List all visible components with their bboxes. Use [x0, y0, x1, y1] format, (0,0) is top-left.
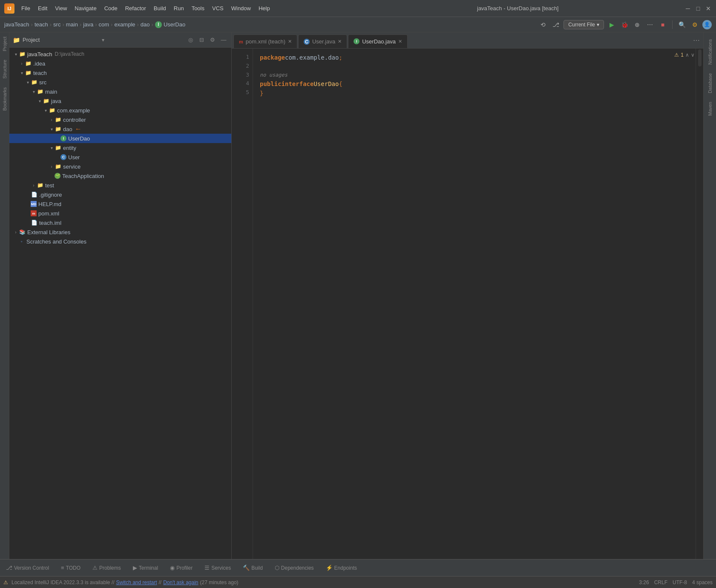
tree-item-teach-iml[interactable]: › 📄 teach.iml	[9, 218, 231, 227]
collapse-all-button[interactable]: ⊟	[197, 36, 206, 44]
tree-arrow-controller[interactable]: ›	[49, 117, 55, 123]
tree-arrow-entity[interactable]: ▾	[49, 145, 55, 151]
breadcrumb-UserDao[interactable]: UserDao	[164, 21, 185, 28]
run-button[interactable]: ▶	[607, 20, 617, 30]
tool-todo[interactable]: ≡ TODO	[58, 564, 83, 572]
breadcrumb-main[interactable]: main	[66, 21, 78, 28]
tree-arrow-dao[interactable]: ▾	[49, 126, 55, 132]
tab-userdao-java[interactable]: I UserDao.java ✕	[348, 34, 408, 48]
tree-item-dao[interactable]: ▾ 📁 dao ←	[9, 124, 231, 134]
breadcrumb-example[interactable]: example	[114, 21, 135, 28]
current-file-button[interactable]: Current File ▾	[564, 20, 604, 29]
menu-view[interactable]: View	[52, 3, 70, 13]
status-encoding[interactable]: UTF-8	[673, 579, 687, 585]
settings-button[interactable]: ⚙	[690, 20, 700, 30]
tool-problems[interactable]: ⚠ Problems	[90, 564, 124, 572]
right-sidebar-database[interactable]: Database	[706, 70, 714, 97]
tree-item-teach[interactable]: ▾ 📁 teach	[9, 68, 231, 77]
tree-item-controller[interactable]: › 📁 controller	[9, 115, 231, 124]
minimize-button[interactable]: ─	[684, 5, 691, 12]
bookmarks-panel-tab[interactable]: Bookmarks	[1, 83, 9, 115]
menu-refactor[interactable]: Refactor	[122, 3, 150, 13]
search-button[interactable]: 🔍	[677, 20, 687, 30]
tree-item-test[interactable]: › 📁 test	[9, 181, 231, 190]
tool-endpoints[interactable]: ⚡ Endpoints	[323, 564, 359, 572]
code-editor[interactable]: package com.example.dao; no usages publi…	[253, 49, 696, 559]
warning-nav-up[interactable]: ∧	[685, 52, 689, 58]
tree-arrow-com-example[interactable]: ▾	[43, 107, 49, 113]
tree-item-com-example[interactable]: ▾ 📁 com.example	[9, 106, 231, 115]
vertical-scrollbar[interactable]	[698, 49, 702, 66]
maximize-button[interactable]: □	[695, 5, 702, 12]
menu-file[interactable]: File	[18, 3, 34, 13]
switch-restart-link[interactable]: Switch and restart	[116, 579, 157, 585]
hide-panel-button[interactable]: —	[219, 36, 228, 44]
tab-close-userdao[interactable]: ✕	[398, 39, 402, 44]
tree-arrow-main[interactable]: ▾	[31, 89, 37, 95]
tree-item-HELP[interactable]: › MD HELP.md	[9, 199, 231, 209]
tree-arrow-test[interactable]: ›	[31, 182, 37, 188]
tree-arrow-teach[interactable]: ▾	[19, 70, 25, 76]
tab-more-button[interactable]: ⋯	[691, 35, 702, 46]
tree-item-src[interactable]: ▾ 📁 src	[9, 77, 231, 87]
tree-item-java[interactable]: ▾ 📁 java	[9, 96, 231, 106]
breadcrumb-src[interactable]: src	[53, 21, 60, 28]
tree-item-service[interactable]: › 📁 service	[9, 162, 231, 171]
menu-run[interactable]: Run	[170, 3, 187, 13]
editor-content[interactable]: 1 2 3 4 5 package com.example.dao; no us…	[232, 49, 703, 559]
tree-item-gitignore[interactable]: › 📄 .gitignore	[9, 190, 231, 199]
breadcrumb-com[interactable]: com	[98, 21, 109, 28]
tool-build[interactable]: 🔨 Build	[240, 564, 265, 572]
breadcrumb-java[interactable]: java	[83, 21, 93, 28]
tool-services[interactable]: ☰ Services	[202, 564, 233, 572]
tab-close-user[interactable]: ✕	[338, 39, 342, 44]
tree-item-main[interactable]: ▾ 📁 main	[9, 87, 231, 96]
more-run-button[interactable]: ⋯	[645, 20, 655, 30]
tool-version-control[interactable]: ⎇ Version Control	[3, 564, 52, 572]
tree-arrow-src[interactable]: ▾	[25, 79, 31, 85]
settings-icon[interactable]: ⚙	[208, 36, 217, 44]
warning-nav-down[interactable]: ∨	[691, 52, 695, 58]
status-indent[interactable]: 4 spaces	[692, 579, 713, 585]
tree-item-idea[interactable]: › 📁 .idea	[9, 59, 231, 68]
menu-edit[interactable]: Edit	[35, 3, 51, 13]
tool-profiler[interactable]: ◉ Profiler	[167, 564, 195, 572]
tree-item-pom[interactable]: › m pom.xml	[9, 209, 231, 218]
status-line-ending[interactable]: CRLF	[654, 579, 667, 585]
vcs-branch-button[interactable]: ⎇	[551, 20, 561, 30]
close-button[interactable]: ✕	[705, 5, 712, 12]
tab-close-pom[interactable]: ✕	[288, 39, 292, 44]
structure-panel-tab[interactable]: Structure	[1, 55, 9, 83]
tree-item-entity[interactable]: ▾ 📁 entity	[9, 143, 231, 152]
debug-button[interactable]: 🐞	[619, 20, 630, 30]
tree-item-external-libraries[interactable]: › 📚 External Libraries	[9, 227, 231, 237]
menu-vcs[interactable]: VCS	[209, 3, 227, 13]
menu-build[interactable]: Build	[150, 3, 170, 13]
stop-button[interactable]: ■	[658, 20, 668, 30]
dont-ask-link[interactable]: Don't ask again	[163, 579, 198, 585]
menu-code[interactable]: Code	[101, 3, 121, 13]
tree-item-TeachApplication[interactable]: › 🌱 TeachApplication	[9, 171, 231, 181]
project-panel-tab[interactable]: Project	[1, 32, 9, 55]
menu-help[interactable]: Help	[255, 3, 273, 13]
menu-window[interactable]: Window	[228, 3, 254, 13]
tool-terminal[interactable]: ▶ Terminal	[130, 564, 161, 572]
tree-item-UserDao[interactable]: › I UserDao	[9, 134, 231, 143]
tree-arrow-javaTeach[interactable]: ▾	[13, 51, 19, 57]
tree-arrow-ext-lib[interactable]: ›	[13, 229, 19, 235]
tool-dependencies[interactable]: ⬡ Dependencies	[272, 564, 316, 572]
right-sidebar-maven[interactable]: Maven	[706, 98, 714, 119]
tab-user-java[interactable]: C User.java ✕	[298, 34, 347, 48]
breadcrumb-teach[interactable]: teach	[35, 21, 48, 28]
avatar[interactable]: 👤	[702, 20, 712, 29]
right-sidebar-notifications[interactable]: Notifications	[706, 36, 714, 68]
tree-item-User[interactable]: › C User	[9, 152, 231, 162]
run-coverage-button[interactable]: ⊕	[632, 20, 642, 30]
menu-tools[interactable]: Tools	[188, 3, 208, 13]
tree-item-javaTeach[interactable]: ▾ 📁 javaTeach D:\javaTeach	[9, 49, 231, 59]
vcs-update-button[interactable]: ⟲	[538, 20, 548, 30]
status-position[interactable]: 3:26	[639, 579, 649, 585]
tree-arrow-java[interactable]: ▾	[37, 98, 43, 104]
breadcrumb-javaTeach[interactable]: javaTeach	[4, 21, 29, 28]
tree-arrow-idea[interactable]: ›	[19, 60, 25, 66]
